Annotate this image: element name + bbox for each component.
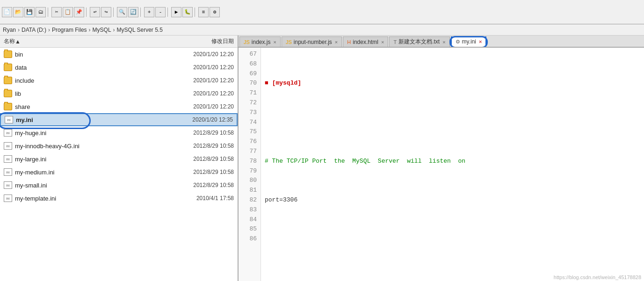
list-item[interactable]: share 2020/1/20 12:20	[0, 100, 238, 113]
file-name: include	[15, 77, 173, 84]
breadcrumb-part-4[interactable]: MySQL	[93, 27, 111, 33]
settings-btn[interactable]: ⚙	[210, 7, 220, 17]
copy-btn[interactable]: 📋	[63, 7, 73, 17]
col-name: 名称	[4, 37, 15, 45]
file-name: my.ini	[16, 116, 172, 123]
list-item[interactable]: ini my-large.ini 2012/8/29 10:58	[0, 152, 238, 166]
list-item[interactable]: ini my-template.ini 2010/4/1 17:58	[0, 192, 238, 205]
undo-btn[interactable]: ↩	[90, 7, 100, 17]
tab-label: index.html	[353, 39, 378, 45]
file-date: 2012/8/29 10:58	[173, 156, 234, 162]
breadcrumb-part-1[interactable]: Ryan	[3, 27, 16, 33]
tab-close-btn[interactable]: ×	[335, 39, 338, 45]
file-date: 2020/1/20 12:35	[172, 116, 233, 123]
ini-file-icon: ini	[4, 129, 12, 137]
sep4	[140, 7, 142, 17]
file-name: my-large.ini	[15, 156, 173, 163]
open-btn[interactable]: 📂	[13, 7, 23, 17]
tab-close-btn[interactable]: ×	[381, 39, 384, 45]
col-date: 修改日期	[211, 37, 234, 45]
file-date: 2012/8/29 10:58	[173, 182, 234, 188]
ini-file-icon: ini	[5, 116, 13, 123]
file-name: my-template.ini	[15, 195, 173, 202]
file-name: lib	[15, 90, 173, 97]
code-line-71	[265, 234, 640, 244]
ini-file-icon: ini	[4, 155, 12, 163]
find-btn[interactable]: 🔍	[117, 7, 127, 17]
tab-label: 新建文本文档.txt	[398, 38, 440, 46]
tab-label: my.ini	[462, 38, 476, 45]
list-item[interactable]: include 2020/1/20 12:20	[0, 74, 238, 87]
code-line-70: port=3306	[265, 195, 640, 205]
file-name: bin	[15, 51, 173, 58]
txt-icon: T	[393, 39, 397, 45]
folder-icon	[4, 64, 12, 71]
code-area[interactable]: 67 68 69 70 71 72 73 74 75 76 77 78 79 8…	[239, 48, 644, 281]
tab-myini[interactable]: ⚙ my.ini ×	[451, 36, 487, 47]
tab-close-btn[interactable]: ×	[274, 39, 276, 45]
code-line-68	[265, 118, 640, 128]
zoom-in-btn[interactable]: +	[144, 7, 154, 17]
tab-close-btn[interactable]: ×	[442, 39, 445, 45]
ini-icon: ⚙	[456, 39, 460, 45]
toolbar: 📄 📂 💾 🗂 ✂ 📋 📌 ↩ ↪ 🔍 🔄 + - ▶ 🐛 ≡ ⚙	[0, 0, 644, 24]
folder-icon	[4, 50, 12, 58]
file-date: 2012/8/29 10:58	[173, 169, 234, 175]
run-btn[interactable]: ▶	[171, 7, 181, 17]
zoom-out-btn[interactable]: -	[155, 7, 166, 17]
list-item[interactable]: ini my-huge.ini 2012/8/29 10:58	[0, 126, 238, 139]
list-item[interactable]: data 2020/1/20 12:20	[0, 61, 238, 74]
ini-file-icon: ini	[4, 195, 12, 202]
tab-index-js[interactable]: JS index.js ×	[239, 36, 281, 47]
tab-index-html[interactable]: H index.html ×	[343, 36, 388, 47]
sep2	[86, 7, 88, 17]
line-numbers: 67 68 69 70 71 72 73 74 75 76 77 78 79 8…	[239, 48, 261, 281]
replace-btn[interactable]: 🔄	[128, 7, 138, 17]
list-item[interactable]: ini my-innodb-heavy-4G.ini 2012/8/29 10:…	[0, 139, 238, 152]
new-btn[interactable]: 📄	[2, 7, 12, 17]
tab-bar: JS index.js × JS input-number.js × H ind…	[239, 36, 644, 48]
list-item[interactable]: ini my-small.ini 2012/8/29 10:58	[0, 179, 238, 192]
file-date: 2020/1/20 12:20	[173, 51, 234, 58]
debug-btn[interactable]: 🐛	[182, 7, 193, 17]
tab-label: index.js	[252, 39, 271, 45]
folder-icon	[4, 90, 12, 97]
watermark: https://blog.csdn.net/weixin_45178828	[554, 274, 641, 280]
file-name: data	[15, 64, 173, 71]
tab-txt[interactable]: T 新建文本文档.txt ×	[389, 36, 449, 47]
folder-icon	[4, 103, 12, 110]
sep6	[195, 7, 196, 17]
paste-btn[interactable]: 📌	[74, 7, 84, 17]
file-date: 2012/8/29 10:58	[173, 143, 234, 149]
breadcrumb-part-3[interactable]: Program Files	[52, 27, 87, 33]
save-all-btn[interactable]: 🗂	[36, 7, 46, 17]
tab-close-btn[interactable]: ×	[479, 39, 482, 44]
file-name: my-small.ini	[15, 182, 173, 189]
file-panel: 名称 ▲ 修改日期 bin 2020/1/20 12:20 data 2020/…	[0, 36, 239, 281]
tab-input-number-js[interactable]: JS input-number.js ×	[282, 36, 342, 47]
code-content: ■ [mysqld] # The TCP/IP Port the MySQL S…	[261, 48, 644, 281]
save-btn[interactable]: 💾	[24, 7, 35, 17]
file-list: bin 2020/1/20 12:20 data 2020/1/20 12:20…	[0, 48, 238, 281]
file-name: share	[15, 103, 173, 110]
file-name: my-innodb-heavy-4G.ini	[15, 143, 173, 150]
file-panel-header: 名称 ▲ 修改日期	[0, 36, 238, 48]
list-item[interactable]: bin 2020/1/20 12:20	[0, 48, 238, 61]
list-item-myini[interactable]: ini my.ini 2020/1/20 12:35	[0, 113, 238, 126]
editor-panel: JS index.js × JS input-number.js × H ind…	[239, 36, 644, 281]
breadcrumb-part-2[interactable]: DATA (D:)	[22, 27, 46, 33]
file-date: 2010/4/1 17:58	[173, 195, 234, 202]
js-icon: JS	[286, 39, 292, 45]
file-name: my-huge.ini	[15, 130, 173, 137]
file-date: 2020/1/20 12:20	[173, 77, 234, 84]
ini-file-icon: ini	[4, 168, 12, 176]
list-item[interactable]: lib 2020/1/20 12:20	[0, 87, 238, 100]
breadcrumb-part-5[interactable]: MySQL Server 5.5	[117, 27, 163, 33]
tab-label: input-number.js	[294, 39, 332, 45]
sep5	[167, 7, 169, 17]
cut-btn[interactable]: ✂	[51, 7, 62, 17]
redo-btn[interactable]: ↪	[101, 7, 111, 17]
file-name: my-medium.ini	[15, 169, 173, 176]
list-item[interactable]: ini my-medium.ini 2012/8/29 10:58	[0, 166, 238, 179]
format-btn[interactable]: ≡	[198, 7, 209, 17]
